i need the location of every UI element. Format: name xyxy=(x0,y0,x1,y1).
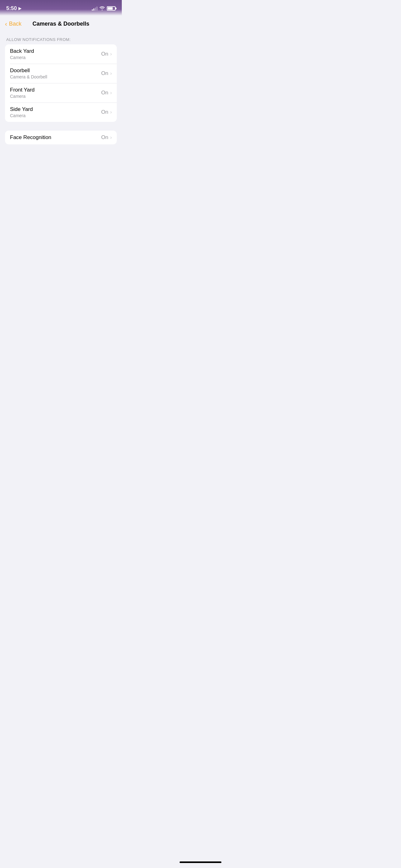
battery-icon: 70 xyxy=(107,6,115,11)
list-item[interactable]: Doorbell Camera & Doorbell On › xyxy=(5,64,117,83)
camera-type: Camera xyxy=(10,113,33,118)
list-item[interactable]: Back Yard Camera On › xyxy=(5,44,117,64)
camera-list: Back Yard Camera On › Doorbell Camera & … xyxy=(5,44,117,122)
face-recognition-label: Face Recognition xyxy=(10,134,51,141)
page-title: Cameras & Doorbells xyxy=(32,21,89,27)
face-recognition-card: Face Recognition On › xyxy=(5,131,117,144)
wifi-icon xyxy=(99,6,105,11)
camera-name: Side Yard xyxy=(10,106,33,113)
battery-percentage: 70 xyxy=(109,6,113,10)
camera-type: Camera & Doorbell xyxy=(10,74,47,80)
back-button[interactable]: ‹ Back xyxy=(5,20,22,28)
chevron-icon: › xyxy=(110,110,112,115)
signal-icon xyxy=(92,6,97,11)
time-display: 5:50 xyxy=(6,5,17,11)
status-time: 5:50 ▶ xyxy=(6,5,21,11)
camera-name: Front Yard xyxy=(10,87,35,93)
list-item[interactable]: Side Yard Camera On › xyxy=(5,102,117,122)
camera-status: On xyxy=(101,90,108,96)
camera-status: On xyxy=(101,109,108,115)
nav-header: ‹ Back Cameras & Doorbells xyxy=(0,16,122,31)
camera-name: Back Yard xyxy=(10,48,34,54)
chevron-icon: › xyxy=(110,51,112,57)
camera-type: Camera xyxy=(10,55,34,60)
camera-type: Camera xyxy=(10,94,35,99)
back-chevron-icon: ‹ xyxy=(5,20,7,28)
camera-status: On xyxy=(101,70,108,76)
camera-name: Doorbell xyxy=(10,67,47,74)
chevron-icon: › xyxy=(110,135,112,140)
location-arrow-icon: ▶ xyxy=(19,6,21,11)
chevron-icon: › xyxy=(110,90,112,96)
back-label: Back xyxy=(9,21,22,27)
list-item[interactable]: Front Yard Camera On › xyxy=(5,83,117,102)
status-icons: 70 xyxy=(92,6,115,11)
camera-status: On xyxy=(101,51,108,57)
section-label: ALLOW NOTIFICATIONS FROM: xyxy=(5,37,117,42)
face-recognition-status: On xyxy=(101,134,108,141)
face-recognition-item[interactable]: Face Recognition On › xyxy=(5,131,117,144)
status-bar: 5:50 ▶ 70 xyxy=(0,0,122,16)
main-content: ALLOW NOTIFICATIONS FROM: Back Yard Came… xyxy=(0,31,122,151)
chevron-icon: › xyxy=(110,71,112,76)
